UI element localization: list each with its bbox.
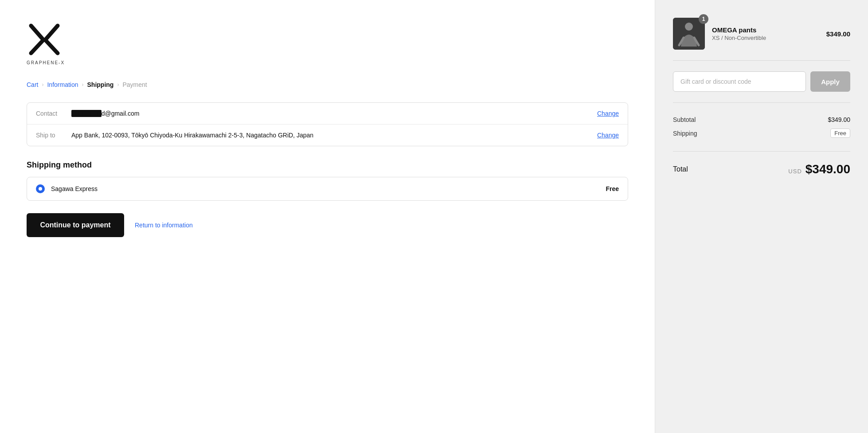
- email-redacted: ■■■■■■■■: [71, 110, 102, 117]
- shipto-label: Ship to: [36, 132, 71, 139]
- sep-1: ›: [42, 82, 43, 88]
- breadcrumb-information[interactable]: Information: [47, 81, 78, 88]
- brand-logo: [27, 21, 62, 57]
- contact-row: Contact ■■■■■■■■d@gmail.com Change: [27, 103, 628, 125]
- return-information-link[interactable]: Return to information: [135, 222, 193, 229]
- continue-payment-button[interactable]: Continue to payment: [27, 213, 124, 237]
- subtotal-row: Subtotal $349.00: [673, 113, 850, 126]
- grand-right: USD $349.00: [788, 162, 850, 176]
- email-suffix: d@gmail.com: [102, 110, 140, 117]
- actions: Continue to payment Return to informatio…: [27, 213, 628, 237]
- shipping-option-name: Sagawa Express: [51, 185, 599, 192]
- discount-row: Apply: [673, 71, 850, 103]
- logo-area: GRAPHENE-X: [27, 21, 628, 65]
- breadcrumb-payment: Payment: [122, 81, 147, 88]
- subtotal-value: $349.00: [828, 116, 850, 123]
- product-quantity-badge: 1: [699, 14, 708, 24]
- radio-inner: [39, 187, 42, 191]
- shipping-row: Shipping Free: [673, 126, 850, 140]
- radio-selected-icon: [36, 184, 45, 193]
- totals: Subtotal $349.00 Shipping Free: [673, 113, 850, 140]
- contact-label: Contact: [36, 110, 71, 117]
- shipping-free-badge: Free: [830, 129, 850, 138]
- right-panel: 1 OMEGA pants XS / Non-Convertible $349.…: [655, 0, 868, 433]
- apply-button[interactable]: Apply: [810, 71, 850, 92]
- total-amount: $349.00: [805, 162, 850, 176]
- contact-value: ■■■■■■■■d@gmail.com: [71, 110, 592, 117]
- product-image-wrap: 1: [673, 18, 705, 50]
- svg-point-1: [685, 23, 693, 31]
- sep-3: ›: [117, 82, 119, 88]
- contact-change[interactable]: Change: [597, 110, 619, 117]
- subtotal-label: Subtotal: [673, 116, 696, 123]
- shipping-option[interactable]: Sagawa Express Free: [27, 177, 628, 201]
- shipto-address: App Bank, 102-0093, Tōkyō Chiyoda-Ku Hir…: [71, 132, 592, 139]
- product-info: OMEGA pants XS / Non-Convertible: [712, 26, 819, 41]
- brand-name: GRAPHENE-X: [27, 60, 628, 65]
- left-panel: GRAPHENE-X Cart › Information › Shipping…: [0, 0, 655, 433]
- product-name: OMEGA pants: [712, 26, 819, 34]
- shipto-row: Ship to App Bank, 102-0093, Tōkyō Chiyod…: [27, 125, 628, 146]
- info-box: Contact ■■■■■■■■d@gmail.com Change Ship …: [27, 102, 628, 146]
- product-row: 1 OMEGA pants XS / Non-Convertible $349.…: [673, 18, 850, 61]
- discount-input[interactable]: [673, 71, 806, 92]
- grand-total-row: Total USD $349.00: [673, 159, 850, 176]
- breadcrumb-cart[interactable]: Cart: [27, 81, 38, 88]
- shipto-change[interactable]: Change: [597, 132, 619, 139]
- breadcrumb-shipping: Shipping: [87, 81, 114, 88]
- shipping-total-label: Shipping: [673, 130, 697, 137]
- total-currency: USD: [788, 168, 802, 175]
- product-variant: XS / Non-Convertible: [712, 35, 819, 41]
- shipping-method-title: Shipping method: [27, 160, 628, 170]
- sep-2: ›: [82, 82, 84, 88]
- shipping-option-cost: Free: [606, 185, 619, 192]
- totals-divider: [673, 151, 850, 152]
- total-label: Total: [673, 165, 688, 173]
- breadcrumb: Cart › Information › Shipping › Payment: [27, 81, 628, 88]
- product-price: $349.00: [826, 30, 850, 38]
